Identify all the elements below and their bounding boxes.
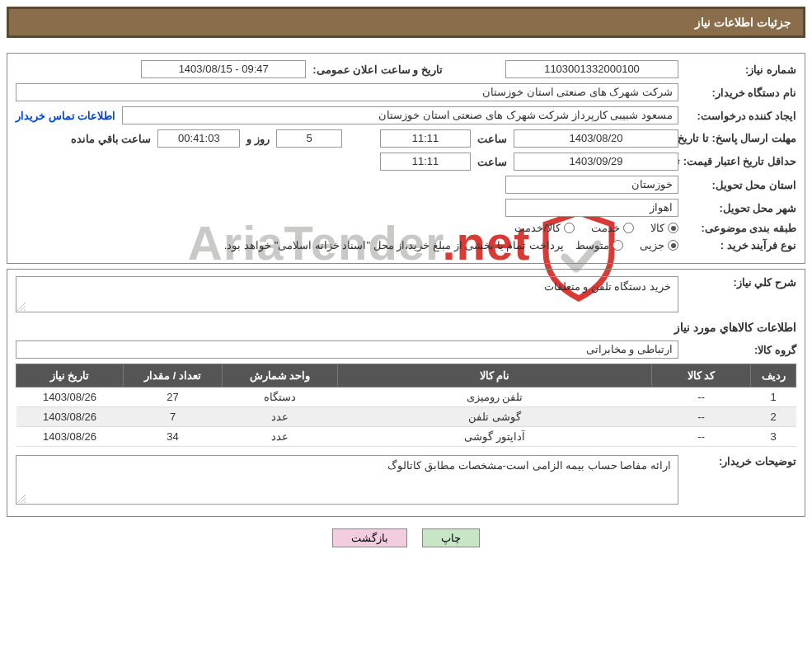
- col-unit: واحد شمارش: [223, 364, 338, 387]
- goods-section-title: اطلاعات کالاهاي مورد نياز: [16, 321, 796, 334]
- deadline-days: 5: [276, 129, 342, 148]
- radio-medium-label: متوسط: [575, 239, 609, 251]
- resize-handle-icon[interactable]: [17, 495, 26, 503]
- resize-handle-icon[interactable]: [17, 303, 26, 311]
- need-number-label: شماره نیاز:: [685, 63, 796, 76]
- radio-dot-icon: [564, 223, 575, 233]
- validity-date: 1403/09/29: [514, 153, 678, 171]
- classification-label: طبقه بندی موضوعی:: [685, 222, 796, 234]
- validity-time-label: ساعت: [477, 156, 507, 168]
- radio-goods-label: کالا: [650, 222, 664, 234]
- radio-partial-label: جزیی: [640, 239, 664, 251]
- buyer-notes-label: توضيحات خریدار:: [685, 455, 796, 467]
- validity-label: حداقل تاریخ اعتبار قیمت: تا تاریخ:: [685, 155, 796, 169]
- deadline-date: 1403/08/20: [514, 129, 678, 148]
- details-panel: شرح کلي نياز: خرید دستگاه تلفن و متعلقات…: [7, 269, 805, 517]
- col-name: نام کالا: [338, 364, 652, 387]
- process-note: پرداخت تمام یا بخشی از مبلغ خرید،از محل …: [224, 239, 564, 251]
- delivery-province-label: استان محل تحویل:: [685, 179, 796, 191]
- delivery-city-label: شهر محل تحویل:: [685, 202, 796, 214]
- announce-label: تاریخ و ساعت اعلان عمومی:: [312, 63, 443, 76]
- table-row: 2 -- گوشی تلفن عدد 7 1403/08/26: [16, 407, 796, 427]
- deadline-countdown: 00:41:03: [157, 129, 240, 148]
- summary-text: خرید دستگاه تلفن و متعلقات: [16, 276, 678, 312]
- radio-dot-icon: [668, 240, 678, 251]
- table-row: 3 -- آداپتور گوشی عدد 34 1403/08/26: [16, 427, 796, 447]
- buyer-org-value: شرکت شهرک های صنعتی استان خوزستان: [16, 83, 678, 101]
- deadline-label: مهلت ارسال پاسخ: تا تاریخ:: [685, 132, 796, 146]
- radio-dot-icon: [623, 223, 634, 233]
- main-info-panel: شماره نیاز: 1103001332000100 تاریخ و ساع…: [7, 53, 805, 264]
- print-button[interactable]: چاپ: [422, 528, 480, 547]
- radio-dot-icon: [613, 240, 623, 251]
- back-button[interactable]: بازگشت: [332, 528, 407, 547]
- delivery-province-value: خوزستان: [505, 176, 678, 194]
- radio-both[interactable]: کالا/خدمت: [514, 222, 575, 234]
- validity-time: 11:11: [380, 153, 471, 171]
- summary-label: شرح کلي نياز:: [685, 276, 796, 289]
- radio-medium[interactable]: متوسط: [575, 239, 623, 251]
- radio-dot-icon: [668, 223, 678, 233]
- table-row: 1 -- تلفن رومیزی دستگاه 27 1403/08/26: [16, 387, 796, 407]
- goods-table: ردیف کد کالا نام کالا واحد شمارش تعداد /…: [16, 364, 796, 447]
- process-label: نوع فرآیند خرید :: [685, 239, 796, 251]
- deadline-remain-label: ساعت باقي مانده: [71, 133, 151, 145]
- col-qty: تعداد / مقدار: [124, 364, 223, 387]
- radio-partial[interactable]: جزیی: [640, 239, 678, 251]
- col-row: ردیف: [751, 364, 796, 387]
- buyer-notes-text: ارائه مفاصا حساب بیمه الزامی است-مشخصات …: [16, 455, 678, 505]
- group-value: ارتباطی و مخابراتی: [16, 340, 678, 359]
- radio-goods[interactable]: کالا: [650, 222, 678, 234]
- deadline-time-label: ساعت: [477, 133, 507, 145]
- radio-service[interactable]: خدمت: [591, 222, 634, 234]
- delivery-city-value: اهواز: [505, 199, 678, 217]
- announce-value: 1403/08/15 - 09:47: [141, 60, 306, 78]
- requester-label: ایجاد کننده درخواست:: [685, 110, 796, 122]
- col-code: کد کالا: [652, 364, 751, 387]
- deadline-time: 11:11: [380, 129, 471, 148]
- col-date: تاریخ نیاز: [16, 364, 124, 387]
- group-label: گروه کالا:: [685, 344, 796, 356]
- page-title: جزئیات اطلاعات نیاز: [7, 7, 805, 38]
- buyer-contact-link[interactable]: اطلاعات تماس خریدار: [16, 110, 115, 122]
- radio-both-label: کالا/خدمت: [514, 222, 561, 234]
- buyer-org-label: نام دستگاه خریدار:: [685, 87, 796, 99]
- deadline-days-label: روز و: [246, 133, 270, 145]
- radio-service-label: خدمت: [591, 222, 620, 234]
- requester-value: مسعود شبیبی کارپرداز شرکت شهرک های صنعتی…: [122, 106, 678, 124]
- need-number-value: 1103001332000100: [505, 60, 678, 78]
